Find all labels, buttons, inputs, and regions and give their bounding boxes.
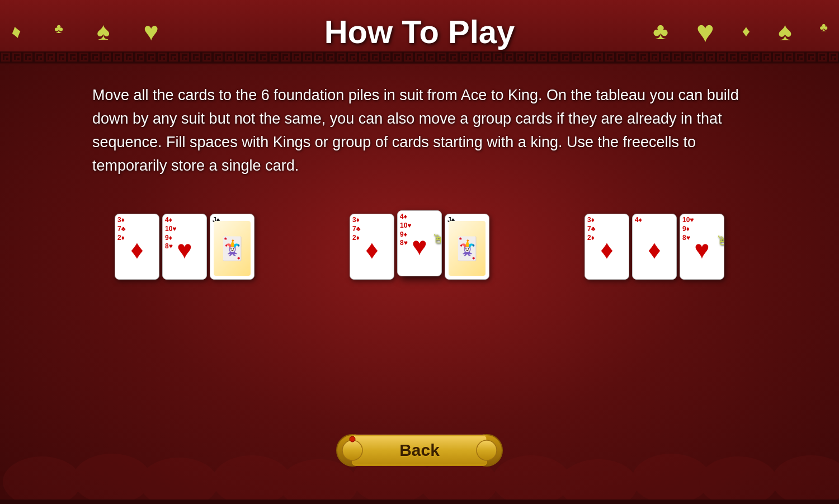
card-group-1: 3♦7♣2♦ ♦ 4♦10♥9♦8♥ ♥ J♠ 🃏	[115, 214, 254, 280]
header-border	[0, 51, 839, 63]
suit-icon-diamond-left: ♦	[8, 20, 23, 43]
card-3-diamonds-3: 3♦7♣2♦ ♦	[585, 214, 629, 280]
instruction-text: Move all the cards to the 6 foundation p…	[92, 84, 741, 177]
svg-point-27	[477, 440, 497, 460]
cursor-arrow-group3: 🖱	[716, 234, 724, 248]
suit-icon-spade-right: ♠	[778, 16, 791, 46]
svg-point-7	[492, 455, 571, 504]
card-3-diamonds-2: 3♦7♣2♦ ♦	[350, 214, 394, 280]
cursor-arrow-group2: 🖱	[432, 232, 442, 247]
suit-icon-club-right1: ♣	[653, 18, 668, 45]
suit-icon-heart-left: ♥	[143, 16, 158, 46]
suit-icon-heart-right: ♥	[696, 14, 714, 49]
card-4-hearts-2: 4♦10♥9♦8♥ ♥ 🖱	[397, 210, 442, 276]
cards-demo: 3♦7♣2♦ ♦ 4♦10♥9♦8♥ ♥ J♠ 🃏	[92, 208, 747, 285]
suit-icon-club-left: ♣	[54, 21, 63, 36]
suit-icon-club-right2: ♣	[820, 20, 828, 35]
suit-icon-spade-left: ♠	[97, 17, 110, 45]
card-4-hearts-1: 4♦10♥9♦8♥ ♥	[162, 214, 207, 280]
card-group-3: 3♦7♣2♦ ♦ 4♦ ♦ 10♥9♦8♥ ♥ 🖱	[585, 214, 724, 280]
card-group-2: 3♦7♣2♦ ♦ 4♦10♥9♦8♥ ♥ 🖱 J♠ 🃏	[350, 214, 489, 280]
suit-icon-diamond-right: ♦	[742, 22, 750, 40]
card-jack-2: J♠ 🃏	[445, 214, 489, 280]
header-suits-left: ♦ ♣ ♠ ♥	[11, 16, 159, 46]
svg-point-9	[632, 454, 710, 504]
back-button-container: Back	[336, 430, 503, 470]
main-content: Move all the cards to the 6 foundation p…	[0, 64, 839, 296]
svg-point-10	[699, 456, 777, 504]
header: ♦ ♣ ♠ ♥ How To Play ♣ ♥ ♦ ♠ ♣	[0, 0, 839, 64]
card-4-diamonds-3: 4♦ ♦	[632, 214, 677, 280]
svg-point-26	[350, 436, 355, 442]
svg-rect-20	[0, 51, 839, 63]
card-10-hearts-3: 10♥9♦8♥ ♥ 🖱	[680, 214, 724, 280]
svg-point-8	[559, 459, 638, 504]
header-suits-right: ♣ ♥ ♦ ♠ ♣	[653, 14, 828, 49]
svg-point-11	[772, 455, 839, 504]
svg-point-3	[213, 455, 291, 504]
card-jack-1: J♠ 🃏	[210, 214, 254, 280]
svg-point-25	[342, 440, 362, 460]
svg-point-1	[73, 454, 151, 504]
back-button-label: Back	[399, 441, 440, 460]
back-button[interactable]: Back	[336, 430, 503, 470]
svg-point-2	[140, 458, 218, 504]
card-3-diamonds-1: 3♦7♣2♦ ♦	[115, 214, 159, 280]
svg-point-0	[3, 456, 81, 504]
bottom-border	[0, 500, 839, 504]
page-title: How To Play	[324, 13, 515, 50]
